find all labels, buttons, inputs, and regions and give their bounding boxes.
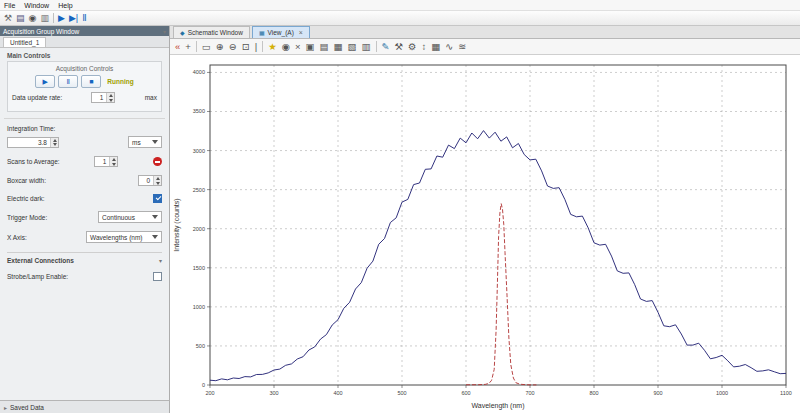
chevron-right-icon: ▸ [4,404,7,411]
electric-dark-checkbox[interactable] [153,194,162,203]
pause-icon: Ⅱ [67,78,70,86]
delete-icon[interactable]: × [295,42,301,52]
chevron-down-icon: ▾ [159,257,162,264]
svg-text:4000: 4000 [193,69,205,75]
scans-to-average-value: 1 [95,157,109,166]
zoom-in-icon[interactable]: ⊕ [216,42,224,52]
scans-to-average-row: Scans to Average: 1 [7,156,162,167]
peak-finding-icon[interactable]: ∿ [445,42,453,52]
close-icon[interactable]: × [299,29,303,36]
integration-time-value: 3.8 [8,138,50,147]
spinner-down-icon[interactable] [107,98,114,103]
chart-area: 2003004005006007008009001000110005001000… [170,55,800,413]
x-axis-select[interactable]: Wavelengths (nm) [86,231,162,243]
cursor-line-icon[interactable]: | [255,42,257,52]
table-view-icon[interactable]: ▦ [431,42,440,52]
svg-text:1000: 1000 [716,390,728,396]
tools-icon[interactable]: ⚒ [4,14,12,23]
spinner-down-icon[interactable] [51,142,58,147]
boxcar-width-row: Boxcar width: 0 [7,175,162,186]
trigger-mode-select[interactable]: Continuous [98,211,162,223]
print-icon[interactable]: ▥ [40,14,49,23]
menu-window[interactable]: Window [24,2,49,9]
annotate-icon[interactable]: ✎ [382,42,390,52]
save-spectrum-icon[interactable]: ▦ [334,42,343,52]
spinner-down-icon[interactable] [154,181,161,186]
save-icon[interactable]: ▤ [16,14,25,23]
spinner-buttons [109,157,117,166]
stop-button[interactable]: ■ [81,75,101,88]
toolbar-separator [262,41,263,52]
chart-toolbar: «+▭⊕⊖⊡|★◉×▣▤▦▧▥✎⚒⚙↕▦∿≋ [170,39,800,55]
panel-collapse-icon[interactable]: ▾ [163,28,166,35]
pan-icon[interactable]: + [185,42,191,52]
saved-data-panel-header[interactable]: ▸ Saved Data [0,400,170,413]
grid-lines [210,65,786,385]
zoom-window-icon[interactable]: ▭ [202,42,211,52]
tab-schematic-window[interactable]: ◆ Schematic Window [173,26,250,38]
zoom-out-icon[interactable]: ⊖ [229,42,237,52]
svg-text:600: 600 [461,390,470,396]
trigger-mode-row: Trigger Mode: Continuous [7,211,162,223]
play-pause-icon[interactable]: ▶| [69,14,78,23]
toolbar-separator [376,41,377,52]
reference-peak-series [466,204,536,385]
camera-icon[interactable]: ◉ [29,14,37,23]
overlay-icon[interactable]: ≋ [458,42,466,52]
external-connections-label: External Connections [7,257,74,264]
running-status-label: Running [107,78,133,85]
tools-icon[interactable]: ⚒ [395,42,404,52]
play-icon[interactable]: ▶ [58,14,65,23]
copy-icon[interactable]: ▣ [306,42,315,52]
svg-text:500: 500 [196,343,205,349]
svg-text:2500: 2500 [193,187,205,193]
tab-schematic-label: Schematic Window [188,29,243,36]
config-icon[interactable]: ⚙ [408,42,417,52]
spinner-down-icon[interactable] [110,162,117,167]
page-back-icon[interactable]: « [175,42,180,52]
axis-ticks [207,72,786,388]
boxcar-width-stepper[interactable]: 0 [138,175,162,186]
integration-time-unit-select[interactable]: ms [128,136,162,148]
tab-untitled[interactable]: Untitled_1 [3,37,46,47]
svg-text:300: 300 [269,390,278,396]
zoom-extents-icon[interactable]: ⊡ [242,42,250,52]
tab-spectrum-view[interactable]: ▦ View_(A) × [252,26,310,38]
play-icon: ▶ [43,78,48,86]
svg-text:1000: 1000 [193,304,205,310]
integration-time-label: Integration Time: [7,125,162,132]
integration-time-stepper[interactable]: 3.8 [7,137,59,148]
svg-text:700: 700 [525,390,534,396]
x-axis-label: X Axis: [7,234,27,241]
integration-time-section: Integration Time: 3.8 ms [7,125,162,148]
x-axis-title: Wavelength (nm) [471,402,524,410]
pause-icon[interactable]: Ⅱ [82,14,86,23]
data-update-rate-stepper[interactable]: 1 [91,92,115,103]
autoscale-icon[interactable]: ↕ [422,42,427,52]
paste-icon[interactable]: ▤ [320,42,329,52]
menu-help[interactable]: Help [58,2,72,9]
integration-time-row: 3.8 ms [7,136,162,148]
scans-to-average-stepper[interactable]: 1 [94,156,118,167]
print-chart-icon[interactable]: ▥ [362,42,371,52]
main-toolbar: ⚒▤◉▥▶▶|Ⅱ [0,11,800,26]
data-update-rate-row: Data update rate: 1 max [12,92,157,103]
panel-body: Main Controls Acquisition Controls ▶ Ⅱ ■… [0,48,169,291]
highlight-icon[interactable]: ★ [268,42,277,52]
integration-time-unit: ms [132,139,141,146]
pause-button[interactable]: Ⅱ [58,75,78,88]
export-icon[interactable]: ▧ [348,42,357,52]
plot-border [210,65,786,385]
data-update-rate-max-label: max [145,94,157,101]
panel-title-bar[interactable]: Acquisition Group Window ▾ [0,26,169,36]
strobe-lamp-checkbox[interactable] [153,272,162,281]
play-button[interactable]: ▶ [35,75,55,88]
external-connections-header[interactable]: External Connections ▾ [7,252,162,264]
svg-text:0: 0 [202,382,205,388]
chart-icon: ▦ [259,29,265,36]
saved-data-label: Saved Data [10,404,44,411]
menu-file[interactable]: File [4,2,15,9]
main-controls-label: Main Controls [7,52,162,59]
snapshot-icon[interactable]: ◉ [282,42,290,52]
spectrum-chart[interactable]: 2003004005006007008009001000110005001000… [170,55,800,413]
